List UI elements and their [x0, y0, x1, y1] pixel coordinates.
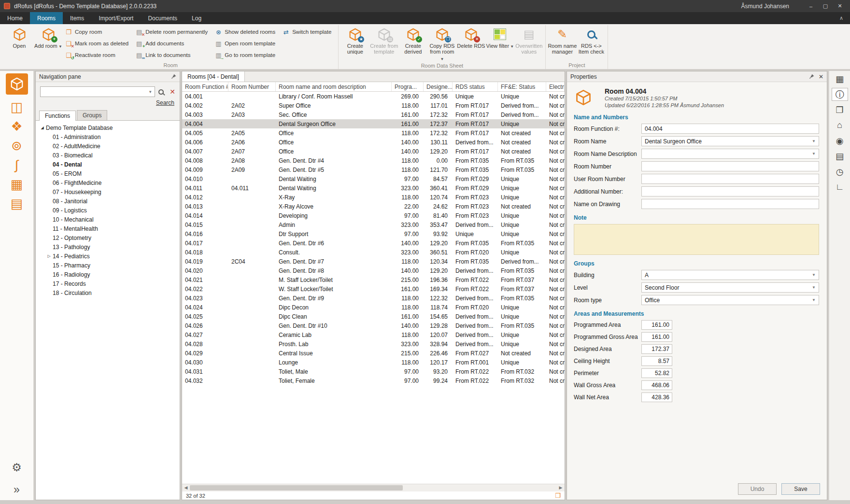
- table-row-04.027[interactable]: 04.027Ceramic Lab118.00120.07Derived fro…: [182, 330, 565, 339]
- ribbon-button-switch-template[interactable]: ⇄Switch template: [280, 26, 336, 38]
- expand-icon[interactable]: ▷: [45, 254, 53, 258]
- tree-item-05-erom[interactable]: 05 - EROM: [37, 169, 179, 178]
- table-row-04.016[interactable]: 04.016Dtr Support97.0093.92UniqueUniqueN…: [182, 229, 565, 238]
- tree-item-11-mentalhealth[interactable]: 11 - MentalHealth: [37, 224, 179, 233]
- tree-item-04-dental[interactable]: 04 - Dental: [37, 160, 179, 169]
- ribbon-button-rds-item-check[interactable]: RDS <-> Item check: [577, 25, 606, 62]
- field-select-room-type[interactable]: Office▼: [641, 295, 819, 305]
- table-row-04.024[interactable]: 04.024Dipc Decon118.00118.74From RT.020U…: [182, 303, 565, 312]
- settings-gear-icon[interactable]: ⚙: [12, 462, 22, 473]
- scrollbar-thumb[interactable]: [190, 485, 403, 490]
- room-building-icon[interactable]: ⌂: [832, 119, 848, 132]
- field-input-room-name-description[interactable]: ▼: [641, 149, 819, 159]
- table-row-04.015[interactable]: 04.015Admin323.00353.47Derived from...Un…: [182, 220, 565, 229]
- clear-search-icon[interactable]: ✕: [170, 88, 175, 95]
- field-value-programmed-area[interactable]: 161.00: [641, 320, 672, 330]
- chevron-down-icon[interactable]: ▼: [812, 273, 816, 277]
- ribbon-button-copy-rds-from-room[interactable]: ❐Copy RDS from room ▼: [427, 25, 456, 62]
- tree-item-07-housekeeping[interactable]: 07 - Housekeeping: [37, 187, 179, 196]
- room-function-icon[interactable]: ◫: [11, 101, 23, 114]
- ribbon-button-delete-room-permanently[interactable]: ▤✕Delete room permanently: [133, 26, 212, 38]
- field-input-room-function[interactable]: 04.004: [641, 124, 819, 134]
- column-header-room-number[interactable]: Room Number: [228, 82, 276, 91]
- menu-tab-items[interactable]: Items: [63, 12, 91, 24]
- column-header-electri[interactable]: Electri...: [546, 82, 565, 91]
- table-row-04.020[interactable]: 04.020Gen. Dent. Dtr #8140.00129.20Deriv…: [182, 266, 565, 275]
- field-value-ceiling-height[interactable]: 8.57: [641, 356, 672, 366]
- ribbon-button-room-name-manager[interactable]: ✎Room name manager: [548, 25, 577, 62]
- save-button[interactable]: Save: [781, 483, 820, 495]
- table-row-04.026[interactable]: 04.026Gen. Dent. Dtr #10140.00129.28Deri…: [182, 321, 565, 330]
- table-row-04.011[interactable]: 04.01104.011Dental Waiting323.00360.41Fr…: [182, 183, 565, 193]
- status-book-icon[interactable]: ❒: [555, 492, 561, 499]
- scroll-right-icon[interactable]: ▶: [557, 485, 565, 490]
- table-row-04.018[interactable]: 04.018Consult.323.00360.51From RT.020Uni…: [182, 248, 565, 257]
- field-select-level[interactable]: Second Floor▼: [641, 282, 819, 293]
- tree-item-18-circulation[interactable]: 18 - Circulation: [37, 288, 179, 297]
- field-value-wall-net-area[interactable]: 428.36: [641, 392, 672, 402]
- menu-tab-log[interactable]: Log: [184, 12, 209, 24]
- ribbon-button-create-derived[interactable]: ✓Create derived: [398, 25, 427, 62]
- search-link[interactable]: Search: [156, 99, 174, 106]
- maximize-icon[interactable]: ▢: [818, 1, 833, 11]
- table-row-04.008[interactable]: 04.0082A08Gen. Dent. Dtr #4118.000.00Fro…: [182, 156, 565, 165]
- chevron-down-icon[interactable]: ▼: [148, 90, 152, 94]
- ribbon-button-open[interactable]: Open: [5, 25, 34, 62]
- table-row-04.010[interactable]: 04.010Dental Waiting97.0084.57From RT.02…: [182, 174, 565, 183]
- table-row-04.028[interactable]: 04.028Prosth. Lab323.00328.94Derived fro…: [182, 339, 565, 349]
- column-header-designe[interactable]: Designe...: [424, 82, 453, 91]
- tree-item-15-pharmacy[interactable]: 15 - Pharmacy: [37, 261, 179, 270]
- table-row-04.032[interactable]: 04.032Toliet, Female97.0099.24From RT.02…: [182, 376, 565, 385]
- table-row-04.009[interactable]: 04.0092A09Gen. Dent. Dtr #5118.00121.70F…: [182, 165, 565, 174]
- ribbon-button-go-to-room-template[interactable]: ▥→Go to room template: [212, 49, 280, 61]
- tree-item-13-pathology[interactable]: 13 - Pathology: [37, 242, 179, 252]
- field-input-room-number[interactable]: [641, 161, 819, 171]
- room-data-sheet-icon[interactable]: ▦: [832, 72, 848, 85]
- ribbon-button-view-filter[interactable]: View filter ▼: [485, 25, 514, 62]
- table-row-04.001[interactable]: 04.001Library / Conf. Room Hassell269.00…: [182, 92, 565, 101]
- room-copies-icon[interactable]: ❐: [832, 103, 848, 116]
- ribbon-button-reactivate-room[interactable]: ❑↺Reactivate room: [63, 49, 133, 61]
- measurements-icon[interactable]: ∟: [832, 181, 848, 194]
- field-value-wall-gross-area[interactable]: 468.06: [641, 380, 672, 390]
- ribbon-button-add-documents[interactable]: ▤+Add documents: [133, 38, 212, 49]
- tab-rooms-04-dental[interactable]: Rooms [04 - Dental]: [182, 71, 245, 82]
- column-header-rds-status[interactable]: RDS status: [453, 82, 498, 91]
- collapse-icon[interactable]: ◢: [39, 126, 46, 130]
- ribbon-button-add-room[interactable]: +Add room ▼: [34, 25, 63, 62]
- field-value-perimeter[interactable]: 52.82: [641, 368, 672, 378]
- tree-item-06-flightmedicine[interactable]: 06 - FlightMedicine: [37, 178, 179, 187]
- tree-item-demo-template-database[interactable]: ◢Demo Template Database: [37, 123, 179, 132]
- nav-tab-groups[interactable]: Groups: [77, 110, 107, 120]
- ribbon-button-mark-room-as-deleted[interactable]: ❑✕Mark room as deleted: [63, 38, 133, 49]
- tree-item-10-mechanical[interactable]: 10 - Mechanical: [37, 215, 179, 224]
- column-header-room-function[interactable]: Room Function #:: [182, 82, 228, 91]
- close-icon[interactable]: ✕: [833, 1, 847, 11]
- search-input[interactable]: ▼: [40, 86, 155, 97]
- info-icon[interactable]: ⓘ: [832, 88, 848, 101]
- pin-icon[interactable]: [809, 74, 814, 79]
- menu-tab-home[interactable]: Home: [0, 12, 30, 24]
- table-row-04.006[interactable]: 04.0062A06Office140.00130.11Derived from…: [182, 138, 565, 147]
- table-row-04.025[interactable]: 04.025Dipc Clean161.00154.65Derived from…: [182, 312, 565, 321]
- note-input[interactable]: [574, 224, 819, 255]
- pin-icon[interactable]: [171, 74, 176, 79]
- table-row-04.004[interactable]: 04.004Dental Surgeon Office161.00172.37F…: [182, 119, 565, 128]
- ribbon-button-copy-room[interactable]: ❐Copy room: [63, 26, 133, 38]
- table-row-04.012[interactable]: 04.012X-Ray118.00120.74From RT.023Unique…: [182, 193, 565, 202]
- expand-strip-icon[interactable]: »: [14, 484, 20, 495]
- images-icon[interactable]: ◉: [832, 134, 848, 147]
- documents-icon[interactable]: ▤: [832, 150, 848, 163]
- undo-button[interactable]: Undo: [738, 483, 777, 495]
- tree-item-16-radiology[interactable]: 16 - Radiology: [37, 270, 179, 279]
- collapse-ribbon-icon[interactable]: ∧: [833, 12, 850, 24]
- tree-item-08-janitorial[interactable]: 08 - Janitorial: [37, 196, 179, 206]
- table-row-04.013[interactable]: 04.013X-Ray Alcove22.0024.62From RT.023N…: [182, 202, 565, 211]
- field-input-room-name[interactable]: Dental Surgeon Office▼: [641, 136, 819, 146]
- field-input-name-on-drawing[interactable]: [641, 199, 819, 209]
- table-row-04.029[interactable]: 04.029Central Issue215.00226.46From RT.0…: [182, 349, 565, 358]
- chevron-down-icon[interactable]: ▼: [812, 139, 816, 143]
- column-header-ff-e-status[interactable]: FF&E: Status: [498, 82, 546, 91]
- field-input-user-room-number[interactable]: [641, 174, 819, 184]
- table-row-04.002[interactable]: 04.0022A02Super Office118.00117.01From R…: [182, 101, 565, 110]
